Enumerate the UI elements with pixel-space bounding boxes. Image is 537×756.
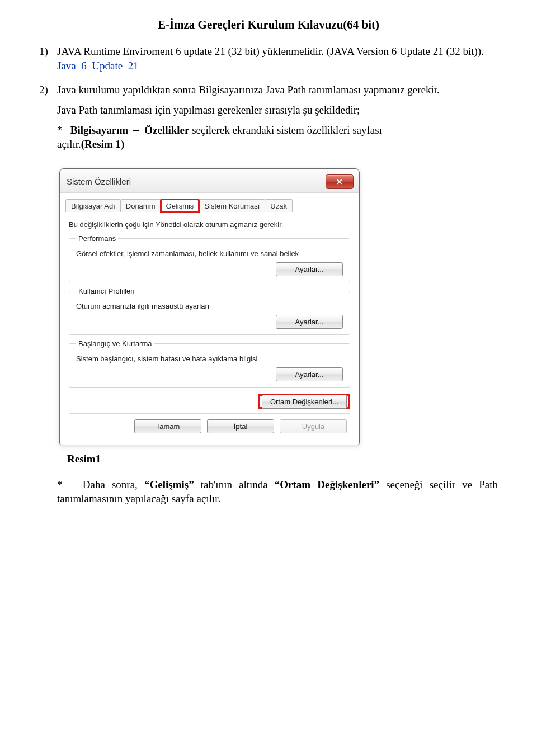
- step-1-text: JAVA Runtime Enviroment 6 update 21 (32 …: [57, 45, 484, 57]
- group-startup-recovery: Başlangıç ve Kurtarma Sistem başlangıcı,…: [69, 339, 350, 388]
- bullet-ozellikler: Özellikler: [144, 124, 189, 136]
- instruction-intro: Java Path tanımlaması için yapılması ger…: [57, 103, 498, 117]
- admin-hint: Bu değişikliklerin çoğu için Yönetici ol…: [69, 220, 350, 229]
- group-user-profiles-legend: Kullanıcı Profilleri: [76, 287, 136, 295]
- tab-hardware[interactable]: Donanım: [120, 199, 161, 212]
- bullet2-star: *: [57, 479, 63, 490]
- tab-advanced[interactable]: Gelişmiş: [161, 199, 200, 212]
- bullet-star: *: [57, 124, 63, 136]
- tab-row: Bilgisayar Adı Donanım Gelişmiş Sistem K…: [60, 193, 359, 212]
- system-properties-dialog: Sistem Özellikleri ✕ Bilgisayar Adı Dona…: [59, 168, 360, 445]
- bullet-rest: seçilerek ekrandaki sistem özellikleri s…: [192, 124, 382, 136]
- bullet2-pre: Daha sonra,: [83, 479, 138, 490]
- tab-computer-name[interactable]: Bilgisayar Adı: [65, 199, 121, 212]
- user-profiles-settings-button[interactable]: Ayarlar...: [276, 315, 343, 329]
- environment-variables-button[interactable]: Ortam Değişkenleri...: [262, 395, 347, 409]
- step-1-number: 1): [39, 44, 57, 73]
- dialog-title: Sistem Özellikleri: [67, 177, 131, 186]
- bullet2-q1: “Gelişmiş”: [144, 479, 201, 490]
- performance-settings-button[interactable]: Ayarlar...: [276, 262, 343, 276]
- step-2-number: 2): [39, 83, 57, 97]
- group-performance-desc: Görsel efektler, işlemci zamanlaması, be…: [76, 249, 343, 258]
- bullet-2: * Daha sonra, “Gelişmiş” tab'ının altınd…: [57, 478, 498, 506]
- group-user-profiles-desc: Oturum açmanızla ilgili masaüstü ayarlar…: [76, 302, 343, 310]
- env-highlight: Ortam Değişkenleri...: [258, 394, 350, 409]
- tab-body: Bu değişikliklerin çoğu için Yönetici ol…: [60, 212, 359, 445]
- step-1: 1) JAVA Runtime Enviroment 6 update 21 (…: [39, 44, 498, 73]
- group-user-profiles: Kullanıcı Profilleri Oturum açmanızla il…: [69, 287, 350, 335]
- bullet-ref: (Resim 1): [81, 138, 125, 150]
- dialog-footer: Tamam İptal Uygula: [69, 419, 350, 437]
- bullet-trail: açılır.: [57, 138, 81, 150]
- ok-button[interactable]: Tamam: [134, 419, 201, 433]
- doc-title: E-İmza Gereçleri Kurulum Kılavuzu(64 bit…: [39, 18, 498, 32]
- bullet2-q2: “Ortam Değişkenleri”: [275, 479, 386, 490]
- bullet-bilgisayarim: Bilgisayarım: [70, 124, 128, 136]
- step-2: 2) Java kurulumu yapıldıktan sonra Bilgi…: [39, 83, 498, 97]
- group-startup-recovery-desc: Sistem başlangıcı, sistem hatası ve hata…: [76, 355, 343, 363]
- group-performance: Performans Görsel efektler, işlemci zama…: [69, 234, 350, 282]
- apply-button[interactable]: Uygula: [280, 419, 347, 433]
- close-icon: ✕: [336, 177, 343, 186]
- group-performance-legend: Performans: [76, 234, 118, 243]
- tab-remote[interactable]: Uzak: [265, 199, 293, 212]
- bullet-1: * Bilgisayarım → Özellikler seçilerek ek…: [57, 123, 498, 152]
- bullet2-mid1: tab'ının altında: [201, 479, 268, 490]
- close-button[interactable]: ✕: [326, 174, 354, 189]
- java-download-link[interactable]: Java_6_Update_21: [57, 60, 139, 72]
- divider: [69, 413, 350, 414]
- group-startup-recovery-legend: Başlangıç ve Kurtarma: [76, 339, 154, 348]
- dialog-titlebar: Sistem Özellikleri ✕: [60, 169, 359, 193]
- figure-1-caption: Resim1: [67, 453, 498, 465]
- arrow-icon: →: [131, 124, 144, 136]
- cancel-button[interactable]: İptal: [207, 419, 274, 433]
- step-2-text: Java kurulumu yapıldıktan sonra Bilgisay…: [57, 83, 498, 97]
- tab-system-protection[interactable]: Sistem Koruması: [199, 199, 265, 212]
- env-row: Ortam Değişkenleri...: [69, 392, 350, 409]
- startup-recovery-settings-button[interactable]: Ayarlar...: [276, 367, 343, 381]
